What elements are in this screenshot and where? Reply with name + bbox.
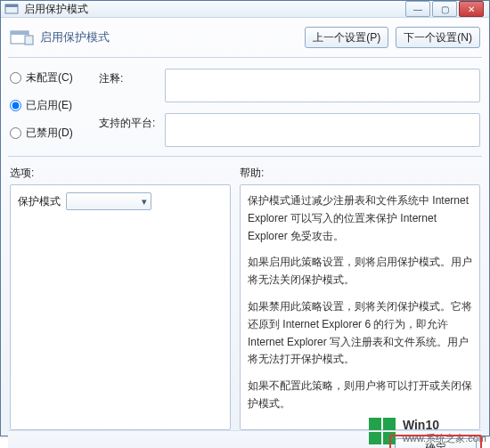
content-area: 启用保护模式 上一个设置(P) 下一个设置(N) 未配置(C) 已启用(E) bbox=[1, 18, 489, 448]
platform-row: 支持的平台: bbox=[99, 113, 480, 147]
help-paragraph-3: 如果禁用此策略设置，则将关闭保护模式。它将还原到 Internet Explor… bbox=[248, 298, 472, 369]
divider bbox=[8, 57, 482, 58]
radio-enabled-input[interactable] bbox=[10, 100, 21, 111]
radio-disabled-input[interactable] bbox=[10, 127, 21, 139]
maximize-button[interactable]: ▢ bbox=[432, 1, 457, 17]
header-row: 启用保护模式 上一个设置(P) 下一个设置(N) bbox=[8, 23, 482, 57]
comment-row: 注释: bbox=[99, 69, 480, 102]
radio-disabled-label: 已禁用(D) bbox=[26, 126, 73, 141]
platform-display bbox=[165, 113, 480, 147]
dialog-window: 启用保护模式 — ▢ ✕ 启用保护模式 上一个设置(P) 下一个设置(N) bbox=[0, 0, 490, 436]
policy-icon bbox=[10, 29, 35, 46]
svg-rect-1 bbox=[5, 4, 18, 7]
minimize-button[interactable]: — bbox=[405, 1, 430, 17]
panel-labels: 选项: 帮助: bbox=[8, 164, 482, 184]
options-label: 选项: bbox=[10, 166, 231, 181]
window-controls: — ▢ ✕ bbox=[405, 1, 486, 17]
radio-disabled[interactable]: 已禁用(D) bbox=[10, 126, 90, 141]
divider-2 bbox=[8, 156, 482, 157]
help-text: 保护模式通过减少注册表和文件系统中 Internet Explorer 可以写入… bbox=[248, 192, 472, 413]
platform-label: 支持的平台: bbox=[99, 113, 159, 131]
radio-group: 未配置(C) 已启用(E) 已禁用(D) bbox=[10, 69, 90, 147]
help-paragraph-1: 保护模式通过减少注册表和文件系统中 Internet Explorer 可以写入… bbox=[248, 192, 472, 245]
help-paragraph-4: 如果不配置此策略，则用户将可以打开或关闭保护模式。 bbox=[248, 378, 472, 413]
comment-label: 注释: bbox=[99, 69, 159, 86]
options-panel: 保护模式 ▾ bbox=[10, 184, 231, 430]
svg-rect-3 bbox=[11, 31, 29, 35]
radio-unconfigured[interactable]: 未配置(C) bbox=[10, 70, 90, 86]
ok-button[interactable]: 确定 bbox=[395, 438, 477, 448]
close-button[interactable]: ✕ bbox=[459, 1, 484, 17]
nav-buttons: 上一个设置(P) 下一个设置(N) bbox=[305, 27, 480, 48]
help-paragraph-2: 如果启用此策略设置，则将启用保护模式。用户将无法关闭保护模式。 bbox=[248, 254, 472, 289]
fields-column: 注释: 支持的平台: bbox=[99, 69, 480, 147]
next-setting-button[interactable]: 下一个设置(N) bbox=[396, 27, 480, 48]
radio-enabled[interactable]: 已启用(E) bbox=[10, 98, 90, 113]
protection-mode-label: 保护模式 bbox=[18, 194, 61, 209]
previous-setting-button[interactable]: 上一个设置(P) bbox=[305, 27, 388, 48]
window-title: 启用保护模式 bbox=[24, 2, 405, 17]
chevron-down-icon: ▾ bbox=[142, 196, 147, 208]
footer-buttons: 确定 bbox=[8, 430, 482, 448]
app-icon bbox=[4, 2, 19, 16]
config-area: 未配置(C) 已启用(E) 已禁用(D) 注释: 支持的平台: bbox=[8, 65, 482, 156]
protection-mode-dropdown[interactable]: ▾ bbox=[66, 192, 151, 210]
radio-unconfigured-input[interactable] bbox=[10, 72, 21, 84]
section-title: 启用保护模式 bbox=[40, 29, 110, 45]
radio-enabled-label: 已启用(E) bbox=[26, 98, 72, 113]
lower-panels: 保护模式 ▾ 保护模式通过减少注册表和文件系统中 Internet Explor… bbox=[8, 184, 482, 430]
svg-rect-4 bbox=[25, 36, 33, 45]
titlebar: 启用保护模式 — ▢ ✕ bbox=[1, 1, 489, 18]
protection-mode-row: 保护模式 ▾ bbox=[18, 192, 223, 210]
comment-input[interactable] bbox=[165, 69, 480, 102]
radio-unconfigured-label: 未配置(C) bbox=[26, 70, 73, 86]
help-panel: 保护模式通过减少注册表和文件系统中 Internet Explorer 可以写入… bbox=[240, 184, 480, 430]
help-label: 帮助: bbox=[240, 166, 480, 181]
